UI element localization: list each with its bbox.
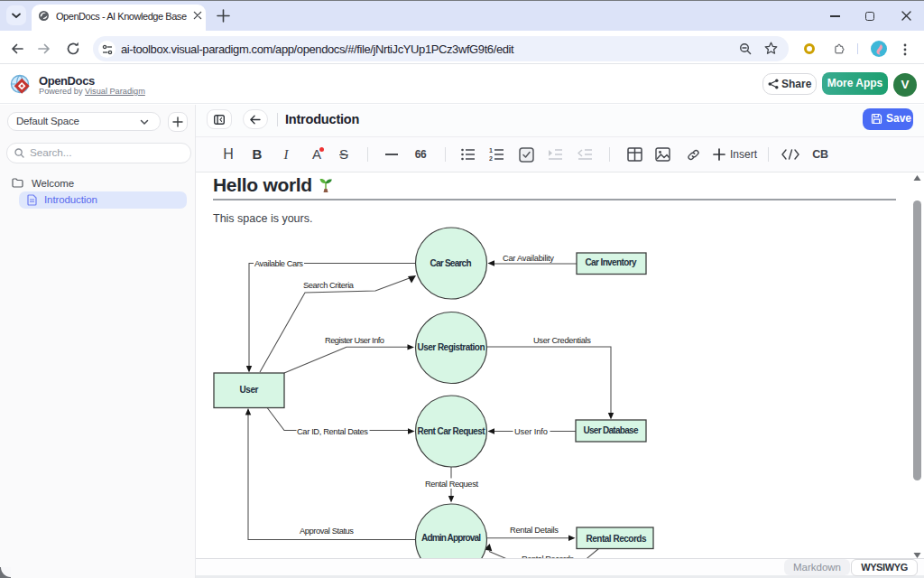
svg-text:Admin Approval: Admin Approval — [421, 533, 481, 543]
svg-text:User Info: User Info — [514, 427, 548, 436]
svg-text:User Database: User Database — [584, 425, 639, 435]
svg-text:Rental Details: Rental Details — [510, 526, 559, 535]
svg-text:Available Cars: Available Cars — [254, 259, 303, 268]
svg-text:Car Availability: Car Availability — [503, 254, 554, 263]
svg-text:Approval Status: Approval Status — [300, 527, 354, 536]
svg-text:User: User — [240, 385, 259, 395]
svg-text:Register User Info: Register User Info — [325, 336, 384, 345]
svg-text:Rental Records: Rental Records — [587, 534, 647, 544]
svg-text:Search Criteria: Search Criteria — [303, 281, 355, 290]
svg-text:2: 2 — [489, 155, 493, 162]
svg-text:Rental Request: Rental Request — [425, 480, 478, 489]
svg-text:Rent Car Request: Rent Car Request — [418, 426, 486, 436]
svg-text:Car Search: Car Search — [430, 258, 472, 268]
svg-text:User Registration: User Registration — [418, 342, 485, 352]
svg-text:1: 1 — [489, 147, 493, 154]
svg-text:Car Inventory: Car Inventory — [586, 257, 637, 267]
svg-text:User Credentials: User Credentials — [533, 336, 591, 345]
svg-text:Car ID, Rental Dates: Car ID, Rental Dates — [297, 427, 368, 436]
